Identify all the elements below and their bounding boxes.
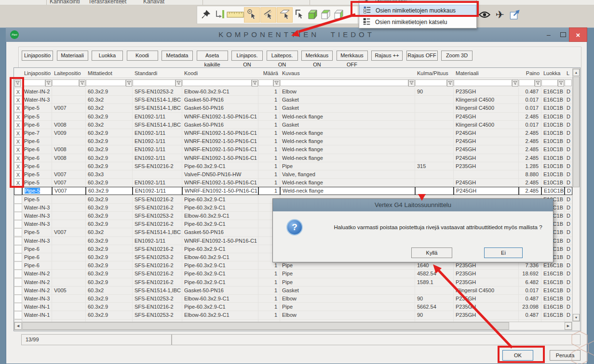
filter-funnel-icon[interactable] — [126, 79, 132, 87]
table-row[interactable]: XPipe-660.3x2.9EN1092-1/11WNRF-EN1092-1-… — [14, 137, 572, 145]
horizontal-scrollbar[interactable]: ◀ ▶ — [14, 322, 572, 330]
scroll-down-icon[interactable]: ▼ — [573, 314, 580, 321]
row-mark-cell[interactable] — [14, 187, 22, 195]
scroll-right-icon[interactable]: ▶ — [565, 322, 572, 330]
table-row[interactable]: Water-IN-160.3x2.9SFS-EN10253-2Elbow-60.… — [14, 311, 572, 319]
cell[interactable]: 2.485 — [519, 187, 541, 195]
table-row[interactable]: XPipe-5V00760.3x3ValveF-DN50-PN16-HW1Val… — [14, 170, 572, 179]
cell[interactable]: V007 — [52, 187, 86, 195]
filter-funnel-icon[interactable] — [512, 79, 518, 87]
row-mark-cell[interactable] — [14, 311, 22, 319]
row-mark-cell[interactable] — [14, 204, 22, 212]
maximize-button[interactable] — [557, 27, 569, 42]
cell[interactable]: 60.3x2.9 — [86, 187, 133, 195]
table-row[interactable]: XPipe-5V00760.3x2.9EN1092-1/11WNRF-EN109… — [14, 179, 572, 187]
column-header-Laitepositio[interactable]: Laitepositio — [52, 68, 86, 78]
cell[interactable]: EN1092-1/11 — [133, 187, 182, 195]
filter-input[interactable] — [454, 79, 512, 86]
toolbar-button-cube-back-icon[interactable] — [333, 7, 345, 23]
row-mark-cell[interactable] — [14, 253, 22, 261]
row-mark-cell[interactable] — [14, 303, 22, 311]
action-button-laitepos-on[interactable]: Laitepos. ON — [267, 51, 298, 61]
cell[interactable]: E10C1B — [541, 187, 565, 195]
cell[interactable]: D — [565, 187, 572, 195]
row-mark-cell[interactable] — [14, 261, 22, 270]
row-mark-cell[interactable] — [14, 237, 22, 245]
filter-funnel-icon[interactable] — [408, 79, 415, 87]
no-button[interactable]: Ei — [484, 247, 523, 258]
filter-input[interactable] — [258, 79, 273, 86]
column-header-Kuvaus[interactable]: Kuvaus — [280, 68, 415, 78]
toolbar-button-cube-top-icon[interactable] — [320, 7, 332, 23]
row-mark-cell[interactable] — [14, 245, 22, 253]
ribbon-button-export-icon[interactable] — [508, 9, 522, 21]
filter-input[interactable] — [182, 79, 252, 86]
filter-funnel-icon[interactable] — [79, 79, 85, 87]
filter-funnel-icon[interactable] — [176, 79, 182, 87]
menu-item-katselu[interactable]: Osien nimiketietojen katselu — [359, 16, 476, 28]
action-button-linjapositio[interactable]: Linjapositio — [22, 51, 53, 61]
action-button-zoom-3d[interactable]: Zoom 3D — [441, 51, 472, 61]
action-button-rajaus-off[interactable]: Rajaus OFF — [406, 51, 438, 61]
column-header-Luokka[interactable]: Luokka — [541, 68, 565, 78]
column-header-Paino[interactable]: Paino — [519, 68, 541, 78]
filter-funnel-icon[interactable] — [535, 79, 541, 87]
scroll-left-icon[interactable]: ◀ — [14, 322, 22, 330]
table-row[interactable]: XWater-IN-360.3x2SFS-EN1514-1,IBCGasket-… — [14, 96, 572, 104]
cell[interactable]: Weld-neck flange — [280, 187, 415, 195]
table-row[interactable]: XPipe-6V00860.3x2.9EN1092-1/11WNRF-EN109… — [14, 154, 572, 162]
row-mark-cell[interactable] — [14, 270, 22, 278]
filter-input[interactable] — [22, 79, 45, 86]
row-mark-cell[interactable] — [14, 278, 22, 286]
row-mark-cell[interactable] — [14, 220, 22, 228]
filter-funnel-icon[interactable] — [273, 79, 280, 87]
toolbar-button-cube-solid-icon[interactable] — [307, 7, 319, 23]
action-button-koodi[interactable]: Koodi — [127, 51, 158, 61]
ribbon-button-eye-icon[interactable] — [478, 9, 491, 21]
filter-input[interactable] — [541, 79, 558, 86]
filter-input[interactable] — [565, 79, 572, 86]
vertical-scroll-thumb[interactable] — [573, 77, 580, 187]
column-header-Standardi[interactable]: Standardi — [133, 68, 182, 78]
table-row[interactable]: XPipe-6V00860.3x2SFS-EN1514-1,IBCGasket-… — [14, 121, 572, 129]
table-row[interactable]: Water-IN-160.3x2.9SFS-EN10216-2Pipe-60.3… — [14, 303, 572, 311]
ribbon-tab-kannakointi[interactable]: Kannakointi — [50, 0, 80, 5]
toolbar-button-ruler-icon[interactable] — [228, 7, 243, 23]
column-header-Mittatiedot[interactable]: Mittatiedot — [86, 68, 133, 78]
table-row[interactable]: Water-IN-360.3x2.9SFS-EN10253-2Elbow-60.… — [14, 295, 572, 303]
ribbon-button-airplane-icon[interactable]: ✈ — [493, 9, 507, 21]
filter-input[interactable] — [52, 79, 79, 86]
ribbon-tab-kanavat[interactable]: Kanavat — [143, 0, 164, 5]
cell[interactable]: WNRF-EN1092-1-50-PN16-C1 — [182, 187, 258, 195]
table-row[interactable]: Water-IN-260.3x2.9SFS-EN10216-2Pipe-60.3… — [14, 278, 572, 286]
ribbon-tab-teräsrakenteet[interactable]: Teräsrakenteet — [88, 0, 126, 5]
filter-input[interactable] — [133, 79, 176, 86]
table-row[interactable]: XPipe-6V00860.3x2.9EN1092-1/11WNRF-EN109… — [14, 145, 572, 154]
toolbar-button-snap-face-cursor-icon[interactable] — [277, 7, 293, 23]
column-header-select[interactable] — [14, 68, 22, 78]
cell[interactable]: 1 — [258, 187, 280, 195]
column-header-Koodi[interactable]: Koodi — [182, 68, 258, 78]
table-row[interactable]: XPipe-560.3x2.9EN1092-1/11WNRF-EN1092-1-… — [14, 113, 572, 121]
action-button-merkkaus-on[interactable]: Merkkaus ON — [301, 51, 333, 61]
action-button-metadata[interactable]: Metadata — [162, 51, 193, 61]
filter-funnel-icon[interactable] — [252, 79, 258, 87]
window-titlebar[interactable]: Plant KOMPONENTTIEN TIEDOT – × — [6, 27, 587, 42]
action-button-linjapos-on[interactable]: Linjapos. ON — [231, 51, 263, 61]
column-header-Määrä[interactable]: Määrä — [258, 68, 280, 78]
toolbar-button-snap-line-cursor-icon[interactable] — [260, 7, 276, 23]
toolbar-button-pushpin-icon[interactable] — [200, 7, 212, 23]
row-mark-cell[interactable] — [14, 295, 22, 303]
toolbar-button-dimension-icon[interactable] — [213, 7, 227, 23]
material-combobox[interactable]: P245GH — [454, 187, 519, 195]
row-mark-cell[interactable] — [14, 286, 22, 295]
row-mark-cell[interactable] — [14, 212, 22, 220]
filter-input[interactable] — [415, 79, 447, 86]
column-header-Kulma/Pituus[interactable]: Kulma/Pituus — [415, 68, 454, 78]
action-button-rajaus-[interactable]: Rajaus ++ — [371, 51, 403, 61]
column-header-L[interactable]: L — [565, 68, 572, 78]
table-row[interactable]: XPipe-5V00760.3x2SFS-EN1514-1,IBCGasket-… — [14, 104, 572, 112]
filter-funnel-icon[interactable] — [558, 79, 564, 87]
table-row[interactable]: Water-IN-2V00560.3x2SFS-EN1514-1,IBCGask… — [14, 286, 572, 295]
filter-input[interactable] — [86, 79, 126, 86]
